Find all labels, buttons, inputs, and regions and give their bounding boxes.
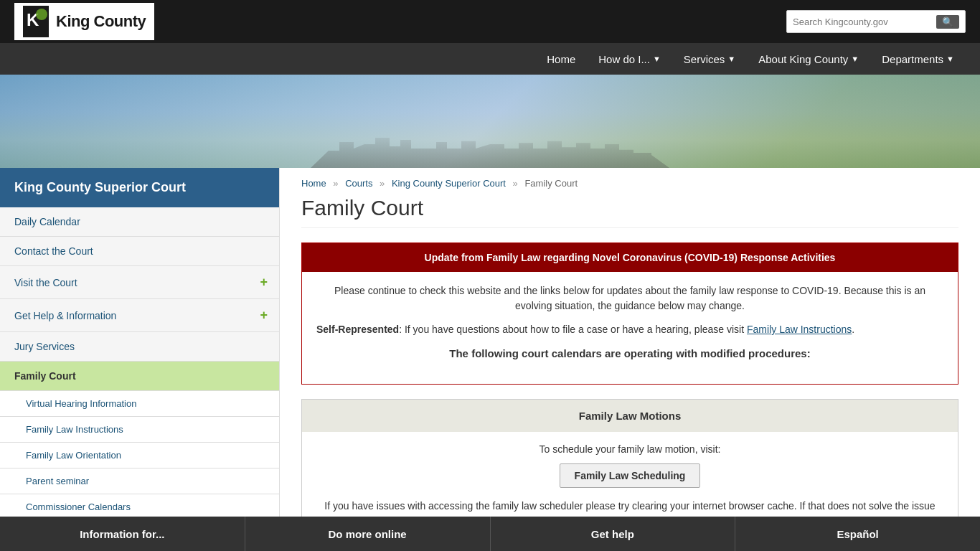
sidebar-link-visit-court[interactable]: Visit the Court [0, 268, 248, 297]
alert-family-law-link[interactable]: Family Law Instructions [747, 324, 852, 335]
sidebar-item-get-help[interactable]: Get Help & Information + [0, 299, 279, 332]
nav-how-do-i-arrow: ▼ [653, 55, 661, 63]
sidebar-sub-virtual-hearing[interactable]: Virtual Hearing Information [0, 391, 279, 417]
content-area: Home » Courts » King County Superior Cou… [280, 168, 980, 551]
site-name: King County [56, 12, 146, 31]
alert-body-3: The following court calendars are operat… [316, 346, 943, 362]
footer-bar: Information for... Do more online Get he… [0, 517, 980, 551]
top-bar: K King County 🔍 [0, 0, 980, 43]
alert-box: Update from Family Law regarding Novel C… [301, 242, 958, 385]
sidebar-item-family-court[interactable]: Family Court [0, 362, 279, 391]
sidebar-expand-visit-court[interactable]: + [248, 266, 279, 298]
section-header: Family Law Motions [302, 400, 958, 432]
sidebar-link-get-help[interactable]: Get Help & Information [0, 301, 248, 330]
sidebar-expand-get-help[interactable]: + [248, 299, 279, 331]
sidebar-title: King County Superior Court [0, 168, 279, 207]
alert-body-2: Self-Represented: If you have questions … [316, 322, 943, 337]
svg-point-2 [36, 9, 47, 20]
nav-departments-arrow: ▼ [946, 55, 954, 63]
breadcrumb-courts[interactable]: Courts [345, 178, 372, 189]
hero-image [0, 75, 980, 168]
nav-about[interactable]: About King County▼ [747, 43, 870, 75]
alert-self-rep-bold: Self-Represented [316, 324, 399, 335]
search-bar[interactable]: 🔍 [786, 10, 966, 33]
alert-body-1: Please continue to check this website an… [316, 283, 943, 314]
page-title: Family Court [301, 196, 958, 228]
alert-body-2-end: . [852, 324, 854, 335]
king-county-logo-icon: K [23, 6, 49, 37]
nav-services-arrow: ▼ [727, 55, 735, 63]
sidebar-sub-family-law-instructions[interactable]: Family Law Instructions [0, 417, 279, 443]
breadcrumb-current: Family Court [524, 178, 578, 189]
breadcrumb-sep-1: » [333, 178, 338, 189]
main-layout: King County Superior Court Daily Calenda… [0, 168, 980, 551]
schedule-text: To schedule your family law motion, visi… [316, 443, 943, 455]
search-input[interactable] [793, 17, 936, 27]
sidebar-link-daily-calendar[interactable]: Daily Calendar [0, 207, 279, 236]
footer-get-help-label: Get help [591, 528, 634, 540]
sidebar-link-family-court[interactable]: Family Court [0, 362, 279, 390]
schedule-button[interactable]: Family Law Scheduling [560, 463, 701, 488]
footer-get-help[interactable]: Get help [491, 517, 736, 551]
sidebar-sub-parent-seminar[interactable]: Parent seminar [0, 468, 279, 494]
nav-how-do-i[interactable]: How do I...▼ [587, 43, 672, 75]
alert-header: Update from Family Law regarding Novel C… [302, 243, 958, 272]
sidebar: King County Superior Court Daily Calenda… [0, 168, 280, 551]
sidebar-sub-link-parent-seminar[interactable]: Parent seminar [0, 468, 279, 494]
nav-bar: Home How do I...▼ Services▼ About King C… [0, 43, 980, 75]
sidebar-link-contact-court[interactable]: Contact the Court [0, 237, 279, 265]
sidebar-sub-link-family-law-orientation[interactable]: Family Law Orientation [0, 443, 279, 468]
sidebar-link-jury-services[interactable]: Jury Services [0, 332, 279, 361]
nav-services[interactable]: Services▼ [672, 43, 747, 75]
sidebar-item-daily-calendar[interactable]: Daily Calendar [0, 207, 279, 237]
breadcrumb: Home » Courts » King County Superior Cou… [301, 168, 958, 196]
breadcrumb-kcsc[interactable]: King County Superior Court [392, 178, 506, 189]
nav-departments[interactable]: Departments▼ [870, 43, 966, 75]
sidebar-sub-family-law-orientation[interactable]: Family Law Orientation [0, 443, 279, 468]
nav-about-arrow: ▼ [851, 55, 859, 63]
sidebar-item-visit-court[interactable]: Visit the Court + [0, 266, 279, 299]
sidebar-sub-link-family-law-instructions[interactable]: Family Law Instructions [0, 417, 279, 442]
sidebar-item-contact-court[interactable]: Contact the Court [0, 237, 279, 266]
search-button[interactable]: 🔍 [936, 15, 959, 29]
alert-body-2-rest: : If you have questions about how to fil… [399, 324, 747, 335]
footer-do-more-label: Do more online [329, 528, 407, 540]
sidebar-item-jury-services[interactable]: Jury Services [0, 332, 279, 362]
alert-body: Please continue to check this website an… [302, 272, 958, 384]
breadcrumb-home[interactable]: Home [301, 178, 326, 189]
logo-area: K King County [14, 3, 154, 40]
footer-information[interactable]: Information for... [0, 517, 245, 551]
footer-do-more[interactable]: Do more online [245, 517, 491, 551]
breadcrumb-sep-3: » [513, 178, 518, 189]
footer-espanol-label: Español [837, 528, 878, 540]
footer-information-label: Information for... [80, 528, 164, 540]
footer-espanol[interactable]: Español [735, 517, 980, 551]
nav-home[interactable]: Home [535, 43, 587, 75]
sidebar-sub-link-virtual-hearing[interactable]: Virtual Hearing Information [0, 391, 279, 416]
breadcrumb-sep-2: » [380, 178, 385, 189]
